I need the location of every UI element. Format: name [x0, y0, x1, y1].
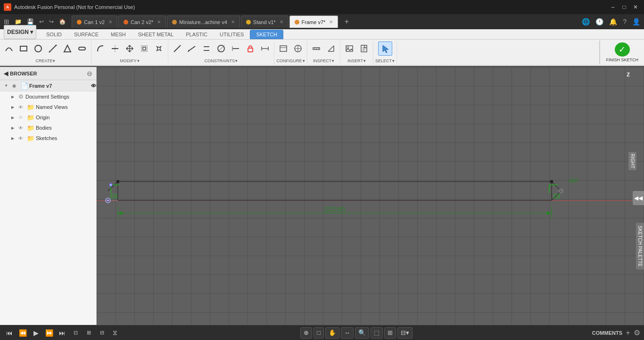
modify-label[interactable]: MODIFY ▾ [120, 58, 140, 63]
configure-tool2[interactable] [291, 41, 305, 56]
root-visibility[interactable]: ◉ [10, 82, 18, 90]
tree-origin[interactable]: ▶ 👁 📁 Origin [0, 112, 96, 123]
ribbon-tab-sketch[interactable]: SKETCH [250, 30, 283, 39]
trim-tool[interactable] [108, 41, 122, 56]
minimize-button[interactable]: – [608, 2, 618, 12]
timeline-filter-btn[interactable]: ⧖ [109, 327, 121, 339]
configure-label[interactable]: CONFIGURE ▾ [277, 58, 305, 63]
ribbon-tab-sheet-metal[interactable]: SHEET METAL [132, 30, 180, 39]
vp-cursor-btn[interactable]: ⊕ [300, 327, 312, 339]
dimension-tool[interactable] [258, 41, 272, 56]
tab-stand[interactable]: Stand v1*✕ [241, 16, 289, 28]
tree-bodies[interactable]: ▶ 👁 📁 Bodies [0, 123, 96, 133]
playback-end-btn[interactable]: ⏭ [57, 327, 68, 339]
offset-tool[interactable] [137, 41, 151, 56]
browser-collapse-btn[interactable]: ⊖ [87, 70, 92, 77]
tab-extra-bell[interactable]: 🔔 [607, 17, 619, 26]
inspect-tool2[interactable] [324, 41, 338, 56]
insert-dxf-tool[interactable] [357, 41, 371, 56]
configure-tool1[interactable] [276, 41, 290, 56]
sketches-toggle[interactable]: ▶ [9, 135, 16, 141]
polygon-tool[interactable] [60, 41, 74, 56]
tab-miniature[interactable]: Miniature...achine v4✕ [167, 16, 240, 28]
maximize-button[interactable]: □ [619, 2, 629, 12]
tab-close-miniature[interactable]: ✕ [231, 19, 235, 25]
move-tool[interactable] [123, 41, 137, 56]
collinear-tool[interactable] [185, 41, 199, 56]
circle-tool[interactable] [31, 41, 45, 56]
tab-extra-user[interactable]: 👤 [630, 17, 642, 26]
canvas[interactable]: (222.60) [97, 67, 644, 325]
ribbon-tab-solid[interactable]: SOLID [40, 30, 68, 39]
vp-grid-btn[interactable]: ⊞ [384, 327, 396, 339]
arc-tool[interactable] [2, 41, 16, 56]
root-toggle[interactable]: ▾ [3, 83, 9, 89]
undo-btn[interactable]: ↩ [37, 17, 46, 26]
playback-start-btn[interactable]: ⏮ [4, 327, 15, 339]
insert-image-tool[interactable] [342, 41, 356, 56]
vp-orbit-btn[interactable]: ↔ [341, 327, 354, 339]
origin-toggle[interactable]: ▶ [9, 114, 16, 121]
tab-close-can1[interactable]: ✕ [108, 19, 112, 25]
bodies-toggle[interactable]: ▶ [9, 124, 16, 131]
home-btn[interactable]: 🏠 [57, 17, 68, 26]
vp-zoom-btn[interactable]: 🔍 [355, 327, 369, 339]
vp-pan-btn[interactable]: ✋ [325, 327, 339, 339]
insert-label[interactable]: INSERT ▾ [347, 58, 366, 63]
sketch-palette-button[interactable]: SKETCH PALETTE [636, 223, 644, 269]
slot-tool[interactable] [75, 41, 89, 56]
tab-frame[interactable]: Frame v7*✕ [289, 16, 339, 28]
ribbon-tab-mesh[interactable]: MESH [105, 30, 132, 39]
vp-display-btn[interactable]: ⊟▾ [397, 327, 413, 339]
measure-tool[interactable] [309, 41, 323, 56]
lock-tool[interactable] [243, 41, 257, 56]
playback-next-btn[interactable]: ⏩ [43, 327, 55, 339]
create-label[interactable]: CREATE ▾ [36, 58, 56, 63]
design-dropdown[interactable]: DESIGN ▾ [4, 25, 36, 39]
finish-sketch-button[interactable]: ✓ FINISH SKETCH [599, 41, 644, 64]
tab-close-stand[interactable]: ✕ [280, 19, 283, 25]
timeline-views-btn2[interactable]: ⊞ [83, 327, 94, 339]
tab-extra-clock[interactable]: 🕐 [594, 17, 605, 26]
fillet-tool[interactable] [93, 41, 107, 56]
timeline-views-btn3[interactable]: ⊟ [96, 327, 107, 339]
vp-fit-btn[interactable]: ⬚ [371, 327, 383, 339]
coincident-tool[interactable] [170, 41, 184, 56]
settings-btn[interactable]: ⚙ [634, 328, 640, 337]
tab-extra-globe[interactable]: 🌐 [580, 17, 592, 26]
tab-can1[interactable]: Can 1 v2✕ [72, 16, 117, 28]
break-tool[interactable] [152, 41, 166, 56]
root-eye[interactable]: 👁 [91, 83, 96, 89]
tree-doc-settings[interactable]: ▶ ⚙ Document Settings [0, 91, 96, 102]
constraints-label[interactable]: CONSTRAINTS ▾ [205, 58, 238, 63]
add-tab-button[interactable]: + [341, 16, 352, 27]
timeline-views-btn[interactable]: ⊡ [70, 327, 81, 339]
redo-btn[interactable]: ↪ [47, 17, 56, 26]
doc-settings-toggle[interactable]: ▶ [9, 93, 16, 100]
ribbon-tab-surface[interactable]: SURFACE [68, 30, 105, 39]
playback-prev-btn[interactable]: ⏪ [17, 327, 28, 339]
named-views-toggle[interactable]: ▶ [9, 104, 16, 110]
tab-can2[interactable]: Can 2 v2*✕ [118, 16, 166, 28]
ribbon-tab-plastic[interactable]: PLASTIC [180, 30, 214, 39]
fold-panel-button[interactable]: ◀◀ [633, 191, 644, 205]
select-label[interactable]: SELECT ▾ [375, 58, 395, 63]
tree-named-views[interactable]: ▶ 👁 📁 Named Views [0, 102, 96, 112]
inspect-label[interactable]: INSPECT ▾ [313, 58, 334, 63]
tree-sketches[interactable]: ▶ 👁 📁 Sketches [0, 133, 96, 143]
rectangle-tool[interactable] [17, 41, 31, 56]
select-tool[interactable] [378, 41, 392, 56]
ribbon-tab-utilities[interactable]: UTILITIES [214, 30, 250, 39]
line-tool[interactable] [46, 41, 60, 56]
tab-close-frame[interactable]: ✕ [329, 19, 333, 25]
vp-box-btn[interactable]: □ [314, 327, 324, 339]
circle-constraint[interactable] [214, 41, 228, 56]
playback-play-btn[interactable]: ▶ [30, 327, 41, 339]
add-comment-btn[interactable]: + [622, 327, 634, 339]
close-button[interactable]: ✕ [631, 2, 640, 12]
tab-extra-help[interactable]: ? [621, 17, 628, 26]
tab-close-can2[interactable]: ✕ [157, 19, 161, 25]
horizontal-tool[interactable] [229, 41, 243, 56]
parallel-tool[interactable] [199, 41, 214, 56]
browser-back-arrow[interactable]: ◀ [4, 70, 8, 77]
